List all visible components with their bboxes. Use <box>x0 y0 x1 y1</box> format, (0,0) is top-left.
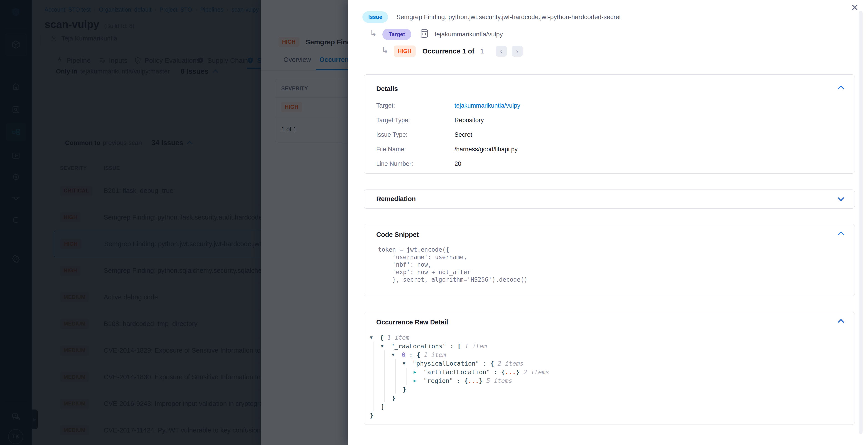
json-tree-line: ▼"physicalLocation" : { 2 items <box>370 359 549 368</box>
detail-label: File Name: <box>376 146 455 153</box>
json-punct: { <box>464 377 468 384</box>
detail-label: Target: <box>376 102 455 109</box>
next-occurrence-button[interactable]: › <box>512 46 523 57</box>
expand-section-chevron-icon[interactable] <box>838 195 844 201</box>
app-root: ? TK ▶ Account: STO test›Organization: d… <box>0 0 868 445</box>
json-punct: ] <box>381 403 384 410</box>
json-count: 1 item <box>424 351 446 358</box>
collapse-section-chevron-icon[interactable] <box>838 319 844 325</box>
detail-row: File Name:/harness/good/libapi.py <box>376 142 841 156</box>
expanded-node-arrow-icon[interactable]: ▼ <box>403 361 413 366</box>
remediation-section: Remediation <box>364 189 855 209</box>
json-punct: } <box>392 394 395 402</box>
details-section-title: Details <box>376 85 398 93</box>
json-tree-line: } <box>370 393 549 402</box>
sub-level-arrow-icon: ↳ <box>370 29 377 38</box>
issue-badge: Issue <box>362 11 388 23</box>
json-count: 2 items <box>523 368 549 376</box>
collapse-section-chevron-icon[interactable] <box>838 231 844 238</box>
json-colon: : <box>405 351 416 358</box>
raw-detail-section-title: Occurrence Raw Detail <box>376 319 448 326</box>
json-tree-line: ▼"_rawLocations" : [ 1 item <box>370 342 549 350</box>
json-colon: : <box>446 343 457 350</box>
occurrence-raw-detail-section: Occurrence Raw Detail ▼{ 1 item▼"_rawLoc… <box>364 312 855 425</box>
json-key: "_rawLocations" <box>391 343 446 350</box>
json-tree-line: } <box>370 411 549 419</box>
json-index: 0 <box>402 351 405 358</box>
json-punct: [ <box>457 343 465 350</box>
json-punct: { <box>416 351 424 358</box>
detail-row: Line Number:20 <box>376 156 841 171</box>
json-colon: : <box>479 360 490 367</box>
detail-row: Target:tejakummarikuntla/vulpy <box>376 98 841 113</box>
detail-row: Issue Type:Secret <box>376 127 841 142</box>
json-dots: ... <box>468 377 479 384</box>
json-tree-line: ▶"artifactLocation" : {...} 2 items <box>370 368 549 376</box>
expanded-node-arrow-icon[interactable]: ▼ <box>381 343 391 349</box>
collapsed-node-arrow-icon[interactable]: ▶ <box>413 378 424 383</box>
detail-value: Secret <box>455 131 472 138</box>
json-punct: } <box>516 368 523 376</box>
remediation-section-title: Remediation <box>376 195 416 203</box>
json-punct: } <box>479 377 487 384</box>
json-tree-line: ▶"region" : {...} 5 items <box>370 376 549 385</box>
severity-badge: HIGH <box>394 46 415 57</box>
detail-value: Repository <box>455 117 484 124</box>
target-badge: Target <box>382 29 411 40</box>
detail-label: Line Number: <box>376 160 455 168</box>
collapse-section-chevron-icon[interactable] <box>838 86 844 92</box>
occurrence-label: Occurrence 1 of <box>423 47 474 55</box>
detail-value: /harness/good/libapi.py <box>455 146 518 153</box>
detail-label: Issue Type: <box>376 131 455 138</box>
json-dots: ... <box>505 368 516 376</box>
sub-level-arrow-icon: ↳ <box>381 46 389 55</box>
json-punct: } <box>403 386 406 393</box>
json-punct: { <box>501 368 505 376</box>
json-tree-line: } <box>370 385 549 393</box>
collapsed-node-arrow-icon[interactable]: ▶ <box>413 369 424 375</box>
json-count: 5 items <box>486 377 512 384</box>
occurrence-total: 1 <box>480 47 484 55</box>
detail-label: Target Type: <box>376 117 455 124</box>
details-section: Details Target:tejakummarikuntla/vulpyTa… <box>364 75 855 174</box>
json-punct: { <box>380 334 388 341</box>
json-key: "physicalLocation" <box>413 360 479 367</box>
json-punct: } <box>370 412 374 419</box>
json-colon: : <box>490 368 501 376</box>
expanded-node-arrow-icon[interactable]: ▼ <box>370 335 380 340</box>
repository-icon <box>420 29 429 40</box>
code-snippet: token = jwt.encode({ 'username': usernam… <box>378 246 527 284</box>
expanded-node-arrow-icon[interactable]: ▼ <box>392 352 402 357</box>
detail-value: 20 <box>455 160 461 168</box>
code-snippet-section-title: Code Snippet <box>376 231 419 238</box>
json-tree-line: ▼0 : { 1 item <box>370 350 549 359</box>
detail-row: Target Type:Repository <box>376 113 841 127</box>
json-tree-line: ] <box>370 402 549 411</box>
json-punct: { <box>490 360 498 367</box>
json-key: "region" <box>424 377 453 384</box>
issue-detail-drawer: × Issue Semgrep Finding: python.jwt.secu… <box>348 0 868 445</box>
drawer-scrollbar[interactable] <box>859 11 863 434</box>
issue-title: Semgrep Finding: python.jwt.security.jwt… <box>396 13 621 21</box>
json-count: 1 item <box>388 334 410 341</box>
previous-occurrence-button[interactable]: ‹ <box>496 46 507 57</box>
raw-detail-json-tree: ▼{ 1 item▼"_rawLocations" : [ 1 item▼0 :… <box>370 333 549 419</box>
json-count: 2 items <box>498 360 524 367</box>
detail-value-link[interactable]: tejakummarikuntla/vulpy <box>455 102 520 109</box>
json-colon: : <box>453 377 464 384</box>
json-key: "artifactLocation" <box>424 368 490 376</box>
target-name: tejakummarikuntla/vulpy <box>434 31 503 38</box>
code-snippet-section: Code Snippet token = jwt.encode({ 'usern… <box>364 224 855 296</box>
json-tree-line: ▼{ 1 item <box>370 333 549 342</box>
json-count: 1 item <box>465 343 487 350</box>
